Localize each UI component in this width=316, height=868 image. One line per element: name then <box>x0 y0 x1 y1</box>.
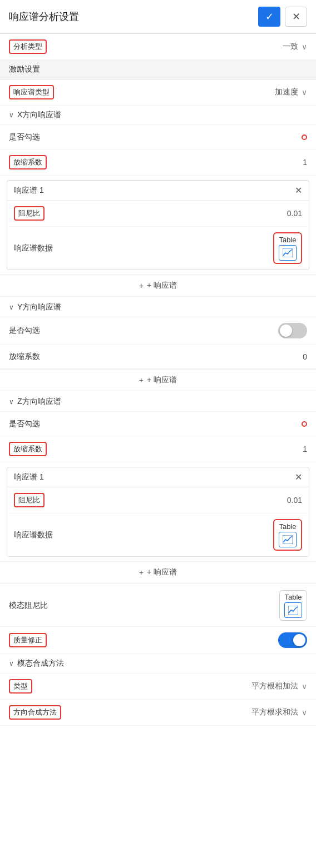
modal-damping-row: 模态阻尼比 Table <box>0 585 316 627</box>
synthesis-type-arrow: ∨ <box>302 682 307 691</box>
x-toggle-label: 是否勾选 <box>9 132 40 142</box>
y-add-icon: + <box>139 376 144 385</box>
x-toggle-wrap-outer <box>302 134 307 140</box>
synthesis-type-label: 类型 <box>9 679 32 694</box>
z-scale-value: 1 <box>303 445 307 453</box>
x-damping-value: 0.01 <box>287 209 302 218</box>
z-toggle-label: 是否勾选 <box>9 419 40 429</box>
z-scale-highlight: 放缩系数 <box>9 442 47 456</box>
analysis-type-value[interactable]: 一致 ∨ <box>283 42 307 52</box>
modal-damping-label: 模态阻尼比 <box>9 601 48 611</box>
x-data-row: 响应谱数据 Table <box>7 227 309 270</box>
dialog-header: 响应谱分析设置 ✓ ✕ <box>0 0 316 34</box>
z-damping-row: 阻尼比 0.01 <box>7 487 309 513</box>
x-scale-row: 放缩系数 1 <box>0 149 316 176</box>
y-direction-header: ∨ Y方向响应谱 <box>0 298 316 317</box>
y-toggle-label: 是否勾选 <box>9 326 40 336</box>
response-type-label: 响应谱类型 <box>9 85 54 99</box>
confirm-button[interactable]: ✓ <box>258 7 280 27</box>
z-damping-highlight: 阻尼比 <box>14 493 45 507</box>
z-toggle-row: 是否勾选 <box>0 412 316 436</box>
y-scale-value: 0 <box>303 352 307 361</box>
x-spectrum-card-header: 响应谱 1 ✕ <box>7 181 309 201</box>
z-spectrum-card: 响应谱 1 ✕ 阻尼比 0.01 响应谱数据 Table <box>7 467 309 557</box>
z-table-text: Table <box>279 522 296 531</box>
z-spectrum-card-header: 响应谱 1 ✕ <box>7 467 309 487</box>
x-scale-value: 1 <box>303 158 307 167</box>
direction-synthesis-row: 方向合成方法 平方根求和法 ∨ <box>0 700 316 726</box>
analysis-type-highlight: 分析类型 <box>9 39 47 54</box>
page-title: 响应谱分析设置 <box>9 10 79 23</box>
analysis-type-row: 分析类型 一致 ∨ <box>0 34 316 60</box>
z-table-button[interactable]: Table <box>273 519 302 551</box>
direction-synthesis-label: 方向合成方法 <box>9 705 61 720</box>
y-toggle-row: 是否勾选 <box>0 317 316 345</box>
response-type-row: 响应谱类型 加速度 ∨ <box>0 79 316 106</box>
x-table-text: Table <box>279 236 296 244</box>
header-buttons: ✓ ✕ <box>258 7 307 27</box>
synthesis-type-value[interactable]: 平方根相加法 ∨ <box>251 681 307 691</box>
modal-chevron-icon: ∨ <box>9 660 14 667</box>
analysis-type-label: 分析类型 <box>9 39 47 54</box>
y-scale-row: 放缩系数 0 <box>0 345 316 369</box>
x-spectrum-card: 响应谱 1 ✕ 阻尼比 0.01 响应谱数据 Table <box>7 180 309 270</box>
x-scale-label: 放缩系数 <box>9 155 47 169</box>
mass-correction-label: 质量修正 <box>9 633 47 647</box>
mass-correction-slider <box>278 632 307 648</box>
z-scale-label: 放缩系数 <box>9 442 47 456</box>
z-data-row: 响应谱数据 Table <box>7 513 309 556</box>
x-damping-label: 阻尼比 <box>14 206 45 221</box>
synthesis-type-highlight: 类型 <box>9 679 32 694</box>
synthesis-type-row: 类型 平方根相加法 ∨ <box>0 674 316 700</box>
analysis-type-arrow: ∨ <box>302 42 307 51</box>
response-type-highlight: 响应谱类型 <box>9 85 54 99</box>
mass-correction-row: 质量修正 <box>0 627 316 654</box>
z-chart-icon <box>279 532 297 547</box>
z-toggle-highlight <box>302 421 307 427</box>
z-damping-value: 0.01 <box>287 496 302 505</box>
x-direction-header: ∨ X方向响应谱 <box>0 106 316 125</box>
direction-synthesis-arrow: ∨ <box>302 708 307 717</box>
x-chart-icon <box>279 245 297 261</box>
response-type-arrow: ∨ <box>302 88 307 97</box>
z-toggle-wrap-outer <box>302 421 307 427</box>
modal-damping-chart-icon <box>284 602 302 618</box>
mass-correction-toggle-wrap <box>278 632 307 648</box>
z-chevron-icon: ∨ <box>9 398 14 406</box>
y-chevron-icon: ∨ <box>9 303 14 311</box>
z-spectrum-close-btn[interactable]: ✕ <box>295 472 302 482</box>
x-spectrum-close-btn[interactable]: ✕ <box>295 185 302 196</box>
x-toggle-row: 是否勾选 <box>0 125 316 149</box>
y-add-spectrum-btn[interactable]: + + 响应谱 <box>0 369 316 391</box>
y-scale-label: 放缩系数 <box>9 352 40 362</box>
mass-correction-toggle[interactable] <box>278 632 307 648</box>
response-type-value[interactable]: 加速度 ∨ <box>275 87 307 97</box>
y-toggle-slider <box>278 323 307 338</box>
z-add-icon: + <box>139 568 144 577</box>
x-toggle-highlight <box>302 134 307 140</box>
x-scale-highlight: 放缩系数 <box>9 155 47 169</box>
direction-synthesis-highlight: 方向合成方法 <box>9 705 61 720</box>
z-add-spectrum-btn[interactable]: + + 响应谱 <box>0 561 316 583</box>
mass-correction-highlight: 质量修正 <box>9 633 47 647</box>
y-toggle-wrap-outer <box>278 323 307 338</box>
z-direction-header: ∨ Z方向响应谱 <box>0 392 316 412</box>
y-toggle[interactable] <box>278 323 307 338</box>
x-data-label: 响应谱数据 <box>14 243 53 253</box>
modal-damping-table-text: Table <box>284 593 302 601</box>
x-chevron-icon: ∨ <box>9 111 14 119</box>
x-add-icon: + <box>139 281 144 290</box>
direction-synthesis-value[interactable]: 平方根求和法 ∨ <box>251 707 307 717</box>
z-data-label: 响应谱数据 <box>14 530 53 540</box>
modal-synthesis-header: ∨ 模态合成方法 <box>0 654 316 674</box>
stimulus-section-header: 激励设置 <box>0 60 316 79</box>
x-spectrum-card-body: 阻尼比 0.01 响应谱数据 Table <box>7 201 309 270</box>
x-damping-row: 阻尼比 0.01 <box>7 201 309 227</box>
z-spectrum-card-body: 阻尼比 0.01 响应谱数据 Table <box>7 487 309 556</box>
modal-damping-table-btn[interactable]: Table <box>279 590 307 621</box>
x-add-spectrum-btn[interactable]: + + 响应谱 <box>0 275 316 297</box>
z-damping-label: 阻尼比 <box>14 493 45 507</box>
x-damping-highlight: 阻尼比 <box>14 206 45 221</box>
close-button[interactable]: ✕ <box>285 7 307 27</box>
x-table-button[interactable]: Table <box>273 232 302 264</box>
